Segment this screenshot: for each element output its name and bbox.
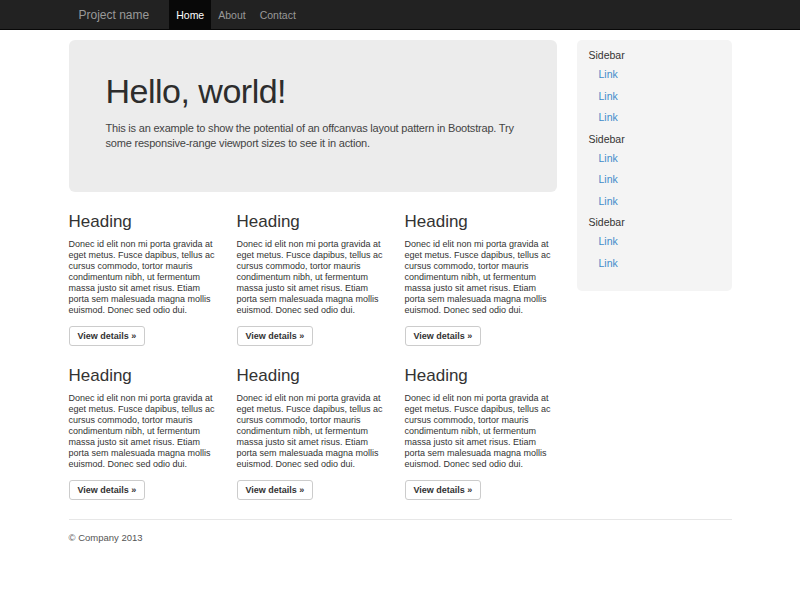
sidebar-link[interactable]: Link	[577, 153, 732, 164]
brand-link[interactable]: Project name	[69, 0, 160, 30]
content-row: Hello, world! This is an example to show…	[69, 40, 732, 500]
content-card-4: Heading Donec id elit non mi porta gravi…	[69, 346, 221, 500]
jumbotron-lead: This is an example to show the potential…	[106, 121, 520, 151]
card-heading: Heading	[237, 366, 389, 385]
sidebar-link[interactable]: Link	[577, 196, 732, 207]
sidebar-link[interactable]: Link	[577, 91, 732, 102]
sidebar-link[interactable]: Link	[577, 112, 732, 123]
card-heading: Heading	[405, 366, 557, 385]
footer: © Company 2013	[69, 519, 732, 543]
view-details-button[interactable]: View details »	[237, 326, 314, 346]
view-details-button[interactable]: View details »	[69, 326, 146, 346]
page-container: Hello, world! This is an example to show…	[69, 40, 732, 543]
sidebar-heading-3: Sidebar	[577, 217, 732, 228]
sidebar-link[interactable]: Link	[577, 69, 732, 80]
nav-item-about[interactable]: About	[211, 0, 252, 30]
nav-item-home[interactable]: Home	[169, 0, 211, 30]
footer-divider	[69, 519, 732, 520]
content-card-5: Heading Donec id elit non mi porta gravi…	[237, 346, 389, 500]
card-body-text: Donec id elit non mi porta gravida at eg…	[69, 393, 221, 470]
view-details-button[interactable]: View details »	[237, 480, 314, 500]
card-body-text: Donec id elit non mi porta gravida at eg…	[405, 239, 557, 316]
content-card-1: Heading Donec id elit non mi porta gravi…	[69, 192, 221, 346]
page-title: Hello, world!	[106, 72, 520, 111]
card-body-text: Donec id elit non mi porta gravida at eg…	[405, 393, 557, 470]
view-details-button[interactable]: View details »	[69, 480, 146, 500]
sidebar-heading-1: Sidebar	[577, 50, 732, 61]
sidebar: Sidebar Link Link Link Sidebar Link Link…	[577, 40, 732, 291]
card-body-text: Donec id elit non mi porta gravida at eg…	[69, 239, 221, 316]
jumbotron: Hello, world! This is an example to show…	[69, 40, 557, 192]
nav-item-contact[interactable]: Contact	[253, 0, 303, 30]
view-details-button[interactable]: View details »	[405, 480, 482, 500]
card-heading: Heading	[69, 212, 221, 231]
card-heading: Heading	[405, 212, 557, 231]
navbar: Project name Home About Contact	[0, 0, 800, 30]
content-card-6: Heading Donec id elit non mi porta gravi…	[405, 346, 557, 500]
sidebar-link[interactable]: Link	[577, 236, 732, 247]
card-body-text: Donec id elit non mi porta gravida at eg…	[237, 239, 389, 316]
main-column: Hello, world! This is an example to show…	[69, 40, 557, 500]
view-details-button[interactable]: View details »	[405, 326, 482, 346]
nav-menu: Home About Contact	[169, 0, 303, 30]
copyright: © Company 2013	[69, 532, 732, 543]
card-body-text: Donec id elit non mi porta gravida at eg…	[237, 393, 389, 470]
card-heading: Heading	[69, 366, 221, 385]
navbar-container: Project name Home About Contact	[69, 0, 732, 30]
cards-grid: Heading Donec id elit non mi porta gravi…	[69, 192, 557, 500]
sidebar-heading-2: Sidebar	[577, 134, 732, 145]
content-card-3: Heading Donec id elit non mi porta gravi…	[405, 192, 557, 346]
card-heading: Heading	[237, 212, 389, 231]
sidebar-link[interactable]: Link	[577, 258, 732, 269]
sidebar-link[interactable]: Link	[577, 174, 732, 185]
content-card-2: Heading Donec id elit non mi porta gravi…	[237, 192, 389, 346]
